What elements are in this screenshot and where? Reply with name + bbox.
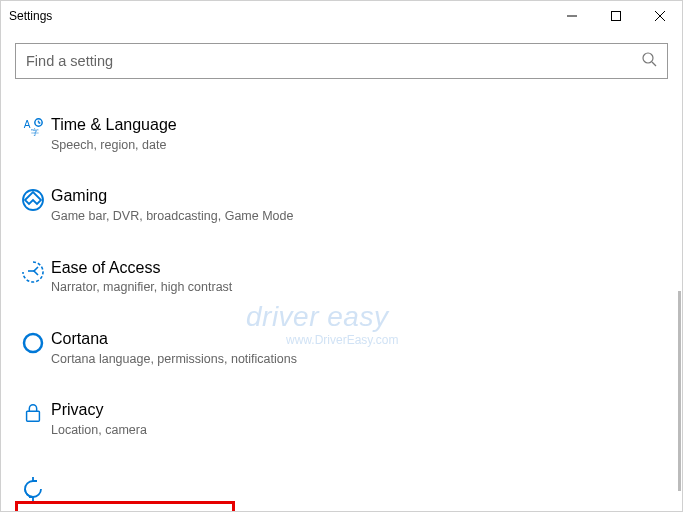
minimize-button[interactable] <box>550 1 594 31</box>
close-icon <box>655 11 665 21</box>
item-gaming[interactable]: Gaming Game bar, DVR, broadcasting, Game… <box>15 184 668 227</box>
search-box[interactable] <box>15 43 668 79</box>
time-language-icon: A 字 <box>15 115 51 139</box>
search-icon <box>641 51 657 71</box>
svg-line-5 <box>652 62 656 66</box>
svg-text:A: A <box>24 119 31 130</box>
gaming-icon <box>15 186 51 212</box>
item-title: Privacy <box>51 400 668 421</box>
svg-point-13 <box>24 334 42 352</box>
content-area: A 字 Time & Language Speech, region, date… <box>1 31 682 512</box>
item-update-security-row: Update & Security Windows Update, recove… <box>15 469 668 512</box>
window-title: Settings <box>9 9 52 23</box>
item-title: Gaming <box>51 186 668 207</box>
maximize-icon <box>611 11 621 21</box>
close-button[interactable] <box>638 1 682 31</box>
item-desc: Narrator, magnifier, high contrast <box>51 279 668 297</box>
item-cortana[interactable]: Cortana Cortana language, permissions, n… <box>15 327 668 370</box>
ease-of-access-icon <box>15 258 51 284</box>
window-controls <box>550 1 682 31</box>
scrollbar[interactable] <box>678 291 681 491</box>
svg-text:字: 字 <box>31 128 39 137</box>
privacy-icon <box>15 400 51 424</box>
item-desc: Game bar, DVR, broadcasting, Game Mode <box>51 208 668 226</box>
cortana-icon <box>15 329 51 355</box>
minimize-icon <box>567 11 577 21</box>
item-time-language[interactable]: A 字 Time & Language Speech, region, date <box>15 113 668 156</box>
maximize-button[interactable] <box>594 1 638 31</box>
search-input[interactable] <box>26 53 641 69</box>
settings-list: A 字 Time & Language Speech, region, date… <box>15 113 668 512</box>
item-title: Time & Language <box>51 115 668 136</box>
titlebar: Settings <box>1 1 682 31</box>
svg-line-10 <box>39 123 41 124</box>
item-privacy[interactable]: Privacy Location, camera <box>15 398 668 441</box>
item-title: Ease of Access <box>51 258 668 279</box>
item-desc: Speech, region, date <box>51 137 668 155</box>
item-title: Cortana <box>51 329 668 350</box>
item-desc: Location, camera <box>51 422 668 440</box>
item-desc: Cortana language, permissions, notificat… <box>51 351 668 369</box>
svg-rect-14 <box>27 411 40 421</box>
update-security-icon <box>15 469 51 501</box>
item-update-security[interactable]: Update & Security Windows Update, recove… <box>15 501 235 512</box>
item-ease-of-access[interactable]: Ease of Access Narrator, magnifier, high… <box>15 256 668 299</box>
svg-point-4 <box>643 53 653 63</box>
svg-rect-1 <box>612 12 621 21</box>
